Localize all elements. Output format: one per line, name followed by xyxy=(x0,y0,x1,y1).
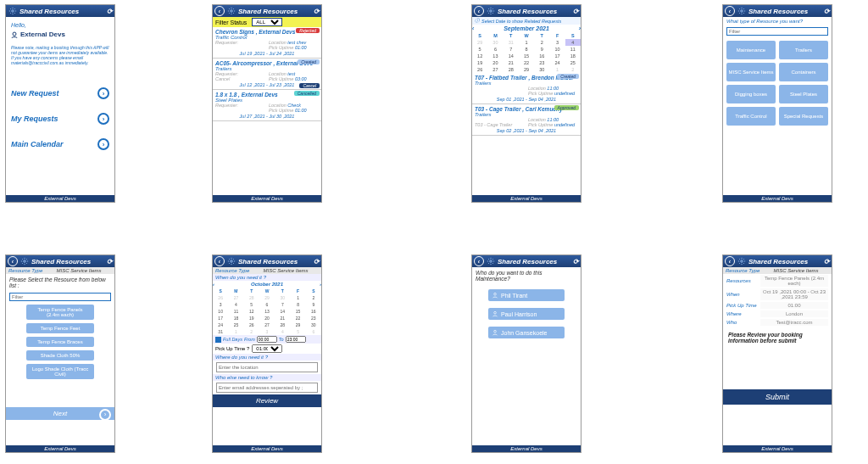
calendar-day[interactable]: 2 xyxy=(306,294,321,301)
back-button[interactable]: ‹ xyxy=(474,6,484,16)
nav-main-calendar[interactable]: Main Calendar› xyxy=(11,138,109,150)
request-card[interactable]: T07 - Flatbed Trailer , Brendon Mulder C… xyxy=(472,73,581,104)
next-month[interactable]: › xyxy=(320,282,321,287)
refresh-icon[interactable]: ⟳ xyxy=(107,258,113,266)
calendar-day[interactable]: 7 xyxy=(275,301,290,308)
calendar-day[interactable]: 3 xyxy=(549,39,565,46)
calendar-day[interactable]: 26 xyxy=(244,321,259,328)
resource-type-button[interactable]: Containers xyxy=(779,63,828,81)
calendar-day[interactable]: 22 xyxy=(290,315,305,321)
refresh-icon[interactable]: ⟳ xyxy=(573,8,579,15)
calendar-day[interactable]: 18 xyxy=(228,315,243,321)
calendar-day[interactable]: 29 xyxy=(290,321,305,328)
next-month[interactable]: › xyxy=(579,25,581,31)
calendar-day[interactable]: 26 xyxy=(472,66,487,73)
back-button[interactable]: ‹ xyxy=(214,256,225,266)
refresh-icon[interactable]: ⟳ xyxy=(573,258,579,266)
calendar-day[interactable]: 5 xyxy=(290,328,305,335)
resource-type-button[interactable]: Steel Plates xyxy=(779,85,828,103)
user-option[interactable]: Paul Harrison xyxy=(488,308,565,320)
calendar-day[interactable]: 13 xyxy=(487,53,503,59)
calendar-day[interactable]: 12 xyxy=(244,308,259,315)
calendar-day[interactable]: 21 xyxy=(504,59,519,66)
from-time-input[interactable] xyxy=(257,336,277,343)
back-button[interactable]: ‹ xyxy=(725,256,735,266)
resource-type-button[interactable]: Trailers xyxy=(779,41,828,59)
submit-button[interactable]: Submit xyxy=(723,389,832,405)
calendar-day[interactable]: 20 xyxy=(259,315,275,321)
calendar-day[interactable]: 18 xyxy=(565,53,581,59)
calendar-day[interactable]: 23 xyxy=(534,59,549,66)
calendar-day[interactable]: 6 xyxy=(487,46,503,53)
calendar-day[interactable]: 31 xyxy=(213,328,228,335)
calendar-day[interactable]: 3 xyxy=(259,328,275,335)
back-button[interactable]: ‹ xyxy=(474,256,484,266)
request-card[interactable]: T03 - Cage Trailer , Carl Kemueny Approv… xyxy=(472,104,581,136)
calendar-day[interactable]: 4 xyxy=(565,39,581,46)
request-card[interactable]: 1.8 x 1.8 , External Devs Cancelled Stee… xyxy=(213,90,321,121)
resource-type-button[interactable]: MISC Service Items xyxy=(726,63,776,81)
calendar-day[interactable]: 10 xyxy=(213,308,228,315)
calendar-day[interactable]: 6 xyxy=(306,328,321,335)
user-option[interactable]: John Gansekoele xyxy=(488,327,565,338)
calendar-day[interactable]: 9 xyxy=(306,301,321,308)
calendar-day[interactable]: 31 xyxy=(504,39,519,46)
calendar-day[interactable]: 17 xyxy=(213,315,228,321)
resource-type-button[interactable]: Special Requests xyxy=(779,107,828,126)
back-button[interactable]: ‹ xyxy=(8,256,18,266)
calendar-day[interactable]: 4 xyxy=(275,328,290,335)
calendar-day[interactable]: 11 xyxy=(228,308,243,315)
calendar-day[interactable]: 25 xyxy=(228,321,243,328)
calendar-day[interactable]: 12 xyxy=(472,53,487,59)
calendar-day[interactable]: 30 xyxy=(306,321,321,328)
calendar-day[interactable]: 30 xyxy=(487,39,503,46)
calendar-day[interactable]: 19 xyxy=(472,59,487,66)
calendar-day[interactable]: 28 xyxy=(504,66,519,73)
back-button[interactable]: ‹ xyxy=(725,6,735,16)
resource-filter-input[interactable] xyxy=(9,293,111,301)
resource-type-button[interactable]: Digging boxes xyxy=(726,85,776,103)
calendar-day[interactable]: 27 xyxy=(487,66,503,73)
calendar-day[interactable]: 15 xyxy=(290,308,305,315)
calendar-day[interactable]: 16 xyxy=(534,53,549,59)
request-card[interactable]: Chevron Signs , External Devs Rejected T… xyxy=(213,27,321,59)
calendar-day[interactable]: 27 xyxy=(259,321,275,328)
calendar-day[interactable]: 6 xyxy=(259,301,275,308)
calendar-day[interactable]: 28 xyxy=(244,294,259,301)
calendar-day[interactable]: 25 xyxy=(565,59,581,66)
next-button[interactable]: Next› xyxy=(6,407,114,420)
review-button[interactable]: Review xyxy=(213,394,321,407)
prev-month[interactable]: ‹ xyxy=(213,282,214,287)
to-time-input[interactable] xyxy=(286,336,306,343)
calendar-day[interactable]: 5 xyxy=(244,301,259,308)
request-card[interactable]: AC05- Aircompressor , External Devs Crea… xyxy=(213,59,321,90)
calendar-day[interactable]: 15 xyxy=(519,53,534,59)
resource-item-button[interactable]: Shade Cloth 50% xyxy=(26,350,94,361)
calendar-day[interactable]: 7 xyxy=(504,46,519,53)
calendar-day[interactable]: 24 xyxy=(213,321,228,328)
calendar-day[interactable]: 13 xyxy=(259,308,275,315)
calendar-day[interactable]: 1 xyxy=(228,328,243,335)
calendar-day[interactable]: 8 xyxy=(290,301,305,308)
calendar-day[interactable]: 23 xyxy=(306,315,321,321)
cancel-button[interactable]: Cancel xyxy=(299,83,320,88)
calendar-day[interactable]: 30 xyxy=(275,294,290,301)
refresh-icon[interactable]: ⟳ xyxy=(824,8,830,15)
calendar-day[interactable]: 17 xyxy=(549,53,565,59)
calendar-day[interactable]: 14 xyxy=(275,308,290,315)
calendar-day[interactable]: 29 xyxy=(472,39,487,46)
calendar-day[interactable]: 1 xyxy=(549,66,565,73)
emails-input[interactable] xyxy=(216,383,318,393)
refresh-icon[interactable]: ⟳ xyxy=(107,8,113,15)
calendar-day[interactable]: 24 xyxy=(549,59,565,66)
resource-type-button[interactable]: Traffic Control xyxy=(726,107,776,126)
user-option[interactable]: Phil Tirant xyxy=(488,289,565,301)
calendar-day[interactable]: 2 xyxy=(534,39,549,46)
refresh-icon[interactable]: ⟳ xyxy=(314,258,320,266)
calendar-day[interactable]: 16 xyxy=(306,308,321,315)
calendar-day[interactable]: 28 xyxy=(275,321,290,328)
nav-new-request[interactable]: New Request› xyxy=(11,87,109,99)
calendar-day[interactable]: 19 xyxy=(244,315,259,321)
calendar-day[interactable]: 26 xyxy=(213,294,228,301)
calendar-day[interactable]: 2 xyxy=(244,328,259,335)
